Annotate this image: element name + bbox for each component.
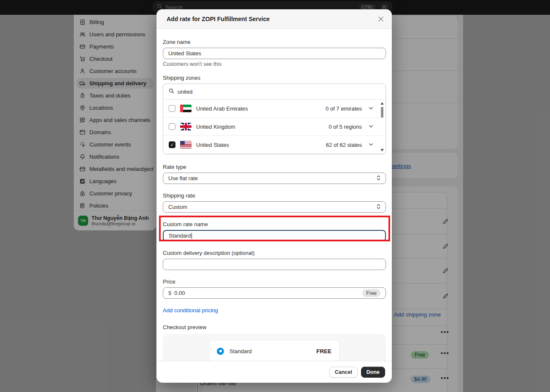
screen: Search CTRL K Billing Users and permissi… bbox=[0, 0, 550, 392]
chevron-down-icon[interactable] bbox=[368, 105, 374, 111]
checkout-preview-label: Checkout preview bbox=[163, 324, 386, 330]
radio-selected-icon[interactable] bbox=[217, 348, 224, 355]
zones-search-input[interactable]: united bbox=[163, 84, 386, 100]
shipping-zones-panel: united United Arab Emirates 0 of 7 emira… bbox=[163, 84, 386, 154]
close-icon[interactable] bbox=[375, 13, 387, 25]
chevron-down-icon[interactable] bbox=[368, 124, 374, 130]
zone-name-label: Zone name bbox=[163, 39, 386, 45]
zone-name-help: Customers won't see this bbox=[163, 61, 386, 67]
price-label: Price bbox=[163, 278, 386, 285]
us-flag-icon bbox=[180, 141, 191, 149]
checkout-preview-card: Standard FREE bbox=[209, 340, 340, 361]
custom-rate-name-input[interactable]: Standard bbox=[163, 230, 386, 241]
text-caret bbox=[191, 233, 192, 239]
add-conditional-pricing-link[interactable]: Add conditional pricing bbox=[163, 307, 218, 314]
currency-symbol: $ bbox=[168, 290, 171, 296]
chevron-down-icon[interactable] bbox=[368, 142, 374, 148]
country-row: United Arab Emirates 0 of 7 emirates bbox=[163, 100, 386, 118]
search-icon bbox=[169, 88, 174, 95]
checkout-preview-panel: Standard FREE bbox=[163, 334, 386, 361]
gb-flag-icon bbox=[180, 123, 191, 130]
country-row: United Kingdom 0 of 5 regions bbox=[163, 118, 386, 136]
preview-option-name: Standard bbox=[229, 348, 311, 354]
zones-scrollbar[interactable] bbox=[380, 101, 385, 153]
add-rate-modal: Add rate for ZOPI Fulfillment Service Zo… bbox=[156, 9, 392, 383]
modal-header: Add rate for ZOPI Fulfillment Service bbox=[156, 9, 392, 29]
custom-delivery-description-input[interactable] bbox=[163, 259, 386, 270]
rate-type-select[interactable]: Use flat rate bbox=[163, 173, 386, 184]
select-updown-icon bbox=[376, 203, 381, 211]
scroll-up-icon[interactable] bbox=[380, 102, 384, 105]
zone-name-input[interactable]: United States bbox=[163, 48, 386, 59]
country-name: United States bbox=[196, 142, 321, 148]
done-button[interactable]: Done bbox=[361, 367, 385, 378]
shipping-zones-label: Shipping zones bbox=[163, 75, 386, 81]
select-updown-icon bbox=[376, 175, 381, 182]
country-name: United Arab Emirates bbox=[196, 105, 321, 112]
ae-flag-icon bbox=[180, 105, 191, 112]
free-badge: Free bbox=[362, 289, 380, 297]
modal-footer: Cancel Done bbox=[156, 361, 392, 383]
country-name: United Kingdom bbox=[196, 124, 324, 130]
custom-rate-name-label: Custom rate name bbox=[163, 221, 386, 227]
country-checkbox[interactable] bbox=[169, 141, 175, 148]
country-region-count: 0 of 7 emirates bbox=[326, 105, 362, 112]
custom-delivery-description-label: Custom delivery description (optional) bbox=[163, 250, 386, 256]
rate-type-label: Rate type bbox=[163, 164, 386, 170]
modal-title: Add rate for ZOPI Fulfillment Service bbox=[167, 16, 375, 22]
country-checkbox[interactable] bbox=[169, 123, 175, 130]
country-row: United States 62 of 62 states bbox=[163, 136, 386, 154]
modal-body: Zone name United States Customers won't … bbox=[156, 29, 392, 361]
country-region-count: 62 of 62 states bbox=[326, 142, 362, 148]
shipping-rate-select[interactable]: Custom bbox=[163, 201, 386, 213]
cancel-button[interactable]: Cancel bbox=[329, 367, 358, 378]
scrollbar-thumb[interactable] bbox=[381, 107, 383, 118]
scroll-down-icon[interactable] bbox=[380, 149, 384, 151]
preview-option-price: FREE bbox=[316, 348, 332, 354]
country-region-count: 0 of 5 regions bbox=[329, 124, 362, 130]
price-input[interactable]: $ 0.00 Free bbox=[163, 287, 386, 299]
shipping-rate-label: Shipping rate bbox=[163, 192, 386, 199]
country-checkbox[interactable] bbox=[169, 105, 175, 112]
